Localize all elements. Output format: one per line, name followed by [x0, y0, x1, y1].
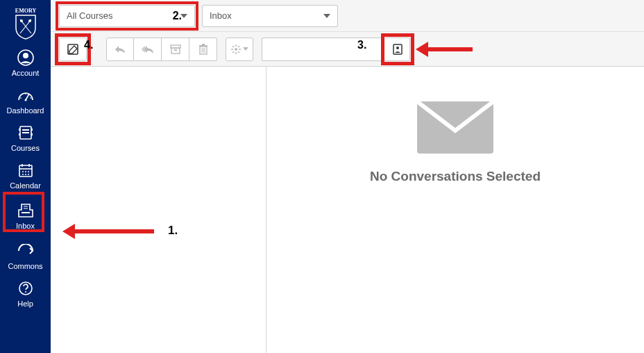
delete-button[interactable]	[189, 38, 217, 61]
course-filter-select[interactable]: All Courses 2.	[59, 5, 195, 27]
chevron-down-icon	[316, 14, 330, 18]
archive-button[interactable]	[162, 38, 189, 61]
mailbox-filter-label: Inbox	[210, 10, 232, 21]
conversation-list-pane	[51, 67, 266, 353]
svg-rect-14	[22, 132, 29, 133]
nav-calendar[interactable]: Calendar	[0, 157, 51, 195]
archive-icon	[170, 44, 181, 54]
svg-point-23	[22, 171, 24, 172]
svg-line-53	[238, 46, 239, 47]
nav-inbox-label: Inbox	[16, 221, 35, 231]
svg-marker-34	[180, 14, 187, 18]
nav-account-label: Account	[12, 68, 40, 78]
commons-icon	[17, 242, 35, 260]
global-nav: EMORY Account Dashboard Courses Calendar	[0, 0, 51, 353]
nav-dashboard[interactable]: Dashboard	[0, 82, 51, 120]
svg-point-26	[22, 174, 24, 175]
nav-commons[interactable]: Commons	[0, 238, 51, 275]
dashboard-icon	[17, 86, 35, 104]
svg-marker-55	[243, 47, 248, 51]
annotation-arrow-addressbook	[425, 47, 473, 51]
svg-rect-18	[31, 133, 33, 136]
main-area: All Courses 2. Inbox 4.	[51, 0, 644, 353]
svg-line-7	[26, 94, 29, 100]
svg-rect-13	[22, 129, 29, 131]
reply-all-button[interactable]	[134, 38, 162, 61]
svg-rect-16	[19, 133, 20, 136]
svg-point-24	[25, 171, 26, 172]
filter-toolbar: All Courses 2. Inbox	[51, 0, 644, 32]
svg-point-46	[235, 48, 237, 51]
svg-point-3	[20, 19, 23, 22]
compose-icon	[67, 43, 79, 56]
svg-rect-42	[202, 44, 205, 45]
nav-dashboard-label: Dashboard	[7, 106, 44, 115]
settings-menu-button[interactable]	[226, 38, 253, 61]
svg-text:EMORY: EMORY	[15, 8, 36, 14]
svg-point-57	[396, 47, 399, 49]
reply-button[interactable]	[106, 38, 134, 61]
nav-inbox[interactable]: Inbox	[0, 195, 51, 238]
help-icon	[17, 279, 35, 297]
svg-rect-39	[174, 49, 177, 51]
reply-icon	[115, 44, 126, 54]
envelope-icon	[417, 101, 493, 154]
svg-rect-29	[22, 212, 30, 213]
svg-rect-17	[31, 129, 33, 131]
svg-point-4	[28, 19, 31, 22]
emory-logo: EMORY	[13, 6, 38, 40]
svg-line-52	[238, 51, 239, 53]
chevron-down-icon	[173, 14, 187, 18]
content-panes: No Conversations Selected	[51, 67, 644, 353]
address-book-icon	[392, 44, 403, 55]
nav-commons-label: Commons	[8, 261, 42, 271]
account-icon	[17, 49, 35, 67]
inbox-icon	[17, 202, 35, 220]
trash-icon	[198, 44, 208, 55]
svg-point-8	[24, 99, 26, 101]
course-filter-label: All Courses	[67, 10, 112, 21]
reply-all-icon	[142, 44, 154, 54]
mailbox-filter-select[interactable]: Inbox	[202, 5, 338, 27]
svg-line-51	[232, 46, 234, 47]
address-book-button[interactable]	[385, 38, 410, 61]
svg-rect-15	[19, 129, 20, 131]
courses-icon	[17, 124, 35, 142]
nav-help[interactable]: Help	[0, 275, 51, 313]
svg-point-28	[28, 174, 29, 175]
gear-icon	[231, 44, 248, 54]
svg-point-6	[23, 53, 28, 58]
svg-point-33	[25, 291, 26, 293]
nav-courses[interactable]: Courses	[0, 120, 51, 157]
search-input[interactable]	[262, 38, 385, 61]
svg-point-27	[25, 174, 26, 175]
nav-calendar-label: Calendar	[10, 181, 41, 190]
svg-line-54	[232, 51, 234, 53]
calendar-icon	[17, 161, 35, 179]
conversation-detail-pane: No Conversations Selected	[266, 67, 644, 353]
empty-state-text: No Conversations Selected	[370, 169, 541, 184]
svg-marker-35	[323, 14, 330, 18]
compose-button[interactable]	[59, 38, 87, 61]
nav-help-label: Help	[17, 299, 33, 309]
action-toolbar: 4.	[51, 32, 644, 67]
nav-courses-label: Courses	[11, 143, 40, 153]
nav-account[interactable]: Account	[0, 44, 51, 82]
svg-point-25	[28, 171, 29, 172]
svg-rect-41	[199, 45, 207, 47]
